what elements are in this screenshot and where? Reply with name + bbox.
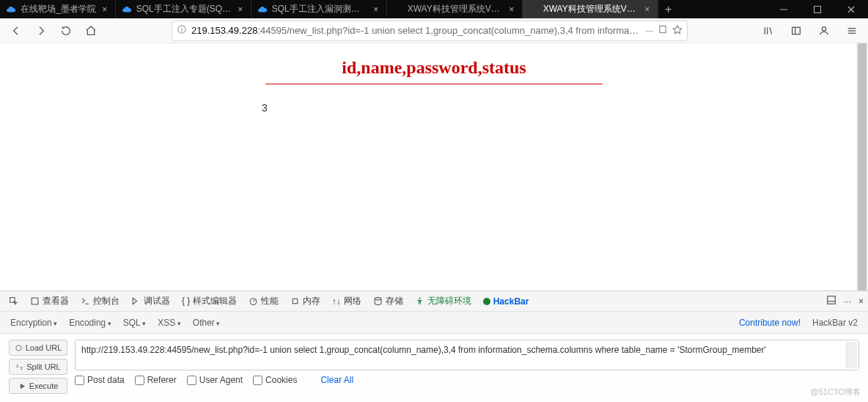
menu-xss[interactable]: XSS [158,318,181,328]
dt-console[interactable]: 控制台 [76,291,124,311]
referer-checkbox[interactable]: Referer [135,375,177,385]
page-body-text: 3 [262,102,268,114]
dt-styleeditor[interactable]: { } 样式编辑器 [177,291,241,311]
split-url-button[interactable]: Split URL [9,359,67,375]
tab-label: SQL手工注入专题(SQL Injecti… [136,3,232,15]
cloud-icon [6,4,16,15]
blank-icon [393,4,403,15]
useragent-checkbox[interactable]: User Agent [187,375,243,385]
svg-rect-19 [32,298,38,304]
close-icon[interactable]: × [372,4,380,15]
tab-0[interactable]: 在线靶场_墨者学院 × [0,0,116,18]
tab-label: 在线靶场_墨者学院 [21,3,96,15]
cookies-checkbox[interactable]: Cookies [253,375,297,385]
tab-label: SQL手工注入漏洞测试(MySQL… [272,3,367,15]
menu-other[interactable]: Other [193,318,221,328]
tab-1[interactable]: SQL手工注入专题(SQL Injecti… × [116,0,251,18]
hackbar-brand: HackBar v2 [812,318,858,328]
svg-rect-1 [814,6,821,12]
info-icon[interactable] [177,24,187,37]
svg-marker-21 [133,298,136,304]
execute-button[interactable]: Execute [9,378,67,394]
new-tab-button[interactable]: + [658,0,679,18]
dt-memory[interactable]: 内存 [286,291,325,311]
svg-rect-7 [660,26,666,32]
dt-debugger[interactable]: 调试器 [127,291,174,311]
more-icon[interactable]: ··· [844,296,851,307]
dt-network[interactable]: ↑↓网络 [328,291,366,311]
home-button[interactable] [81,21,101,41]
menu-encryption[interactable]: Encryption [10,318,57,328]
menu-encoding[interactable]: Encoding [69,318,111,328]
divider [265,84,603,84]
menu-icon[interactable] [842,21,862,41]
forward-button[interactable] [31,21,51,41]
close-icon[interactable]: × [507,4,516,15]
svg-point-6 [181,26,182,27]
hackbar-url-input[interactable]: http://219.153.49.228:44595/new_list.php… [75,340,859,370]
pick-element-icon[interactable] [4,291,23,311]
window-close[interactable] [834,0,868,18]
cloud-icon [257,4,268,15]
watermark: @51CTO博客 [811,387,861,398]
tab-3[interactable]: XWAY科技管理系统V3.0 × [387,0,523,18]
cloud-icon [122,4,132,15]
page-viewport: id,name,password,status 3 [0,43,868,290]
svg-marker-8 [673,26,682,34]
tab-label: XWAY科技管理系统V3.0 [408,3,503,15]
tab-4[interactable]: XWAY科技管理系统V3.0 × [523,0,658,18]
nav-toolbar: 219.153.49.228:44595/new_list.php?id=-1 … [0,18,868,43]
address-bar[interactable]: 219.153.49.228:44595/new_list.php?id=-1 … [172,21,688,41]
page-action-dots[interactable]: ··· [645,25,653,36]
devtools-tabbar: 查看器 控制台 调试器 { } 样式编辑器 性能 内存 ↑↓网络 存储 无障碍环… [0,291,868,312]
tab-2[interactable]: SQL手工注入漏洞测试(MySQL… × [251,0,387,18]
contribute-link[interactable]: Contribute now! [739,318,801,328]
library-icon[interactable] [758,21,779,41]
page-header: id,name,password,status [0,58,868,78]
close-icon[interactable]: × [643,4,652,15]
hackbar-menu: Encryption Encoding SQL XSS Other Contri… [0,312,868,334]
devtools-close-icon[interactable]: × [858,296,864,307]
bookmark-icon[interactable] [672,24,683,37]
back-button[interactable] [6,21,26,41]
devtools-panel: 查看器 控制台 调试器 { } 样式编辑器 性能 内存 ↑↓网络 存储 无障碍环… [0,290,868,402]
svg-point-25 [375,298,381,300]
svg-rect-24 [293,299,298,304]
menu-sql[interactable]: SQL [123,318,147,328]
dt-inspector[interactable]: 查看器 [26,291,73,311]
blank-icon [529,4,539,15]
url-text: 219.153.49.228:44595/new_list.php?id=-1 … [191,25,641,36]
dock-icon[interactable] [826,295,836,307]
svg-line-23 [253,300,254,302]
svg-point-14 [822,26,825,30]
account-icon[interactable] [814,21,834,41]
close-icon[interactable]: × [100,4,109,15]
window-minimize[interactable] [767,0,801,18]
close-icon[interactable]: × [236,4,245,15]
clear-all-link[interactable]: Clear All [320,375,353,385]
svg-rect-12 [792,27,801,34]
dt-storage[interactable]: 存储 [369,291,408,311]
sidebar-icon[interactable] [786,21,806,41]
vertical-scrollbar[interactable] [856,43,868,290]
dt-hackbar[interactable]: HackBar [479,291,534,311]
hackbar-body: Load URL Split URL Execute http://219.15… [0,334,868,402]
svg-line-11 [770,27,772,34]
svg-point-29 [16,345,21,350]
load-url-button[interactable]: Load URL [9,340,67,356]
svg-rect-27 [828,296,836,304]
postdata-checkbox[interactable]: Post data [75,375,125,385]
reader-icon[interactable] [658,24,668,37]
browser-tab-bar: 在线靶场_墨者学院 × SQL手工注入专题(SQL Injecti… × SQL… [0,0,868,18]
svg-point-26 [419,298,420,299]
svg-point-22 [250,299,257,305]
reload-button[interactable] [56,21,76,41]
tab-label: XWAY科技管理系统V3.0 [543,3,639,15]
dt-performance[interactable]: 性能 [244,291,283,311]
dt-accessibility[interactable]: 无障碍环境 [411,291,476,311]
window-maximize[interactable] [801,0,834,18]
svg-marker-30 [20,383,24,388]
